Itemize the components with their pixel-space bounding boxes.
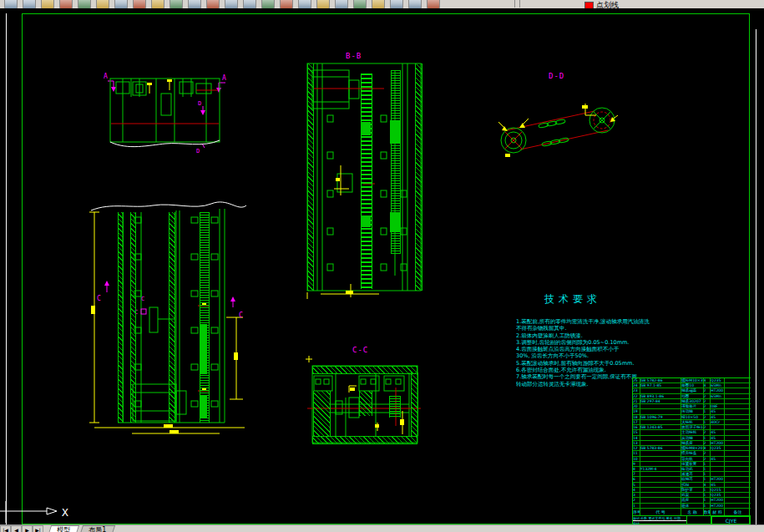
bom-material: 45 bbox=[711, 415, 725, 419]
bom-qty: 2 bbox=[704, 399, 711, 403]
section-arrow-label-c-mid1: C bbox=[141, 296, 144, 302]
bom-remark bbox=[725, 493, 751, 497]
bom-material: Q215 bbox=[711, 488, 725, 492]
bom-remark bbox=[725, 483, 751, 487]
ucs-x-axis-label: X bbox=[62, 506, 68, 519]
layout-tab-bar: |◀◀▶▶| 模型布局1 bbox=[0, 524, 764, 532]
bom-code bbox=[640, 441, 682, 445]
bom-remark bbox=[725, 441, 751, 445]
bom-remark bbox=[725, 404, 751, 408]
view-section-cc[interactable]: C-C bbox=[306, 342, 424, 449]
layout-tab[interactable]: 布局1 bbox=[78, 525, 114, 532]
bom-material: 65Mn bbox=[711, 383, 725, 388]
bom-remark bbox=[725, 457, 751, 461]
gear-hub bbox=[390, 212, 400, 232]
gear-hub bbox=[390, 120, 400, 144]
bom-code bbox=[640, 493, 682, 497]
bom-name: 挡圈 bbox=[681, 394, 703, 398]
tech-req-line: 4.齿面接触斑点沿齿高方向接触面积不小于 bbox=[516, 346, 650, 352]
bom-code bbox=[640, 436, 682, 440]
bom-no: 20 bbox=[633, 404, 640, 408]
bom-name: 减速器 bbox=[681, 472, 703, 476]
view-front-elevation[interactable]: C C C C bbox=[86, 199, 249, 437]
bom-material: HT200 bbox=[711, 441, 725, 445]
bom-no: 22 bbox=[633, 394, 640, 398]
drawing-code: CJYE bbox=[711, 516, 751, 524]
bom-code: GB 297-84 bbox=[640, 399, 682, 403]
bom-qty: 1 bbox=[704, 477, 711, 481]
bom-no: 1 bbox=[633, 504, 640, 508]
drawing-canvas[interactable]: A A D D bbox=[0, 8, 764, 524]
bom-header-no: 序号 bbox=[633, 509, 640, 515]
tab-nav-button[interactable]: ◀ bbox=[11, 525, 22, 532]
bom-code bbox=[640, 404, 682, 408]
bom-no: 24 bbox=[633, 383, 640, 388]
section-label-dd: D-D bbox=[549, 72, 564, 80]
bom-qty: 4 bbox=[704, 483, 711, 487]
section-arrow-label-c-right: C bbox=[239, 312, 243, 319]
bom-header-qty: 数量 bbox=[704, 509, 711, 515]
bom-material: 65Mn bbox=[711, 394, 725, 398]
bom-remark bbox=[725, 462, 751, 466]
bom-name: 箱体 bbox=[681, 504, 703, 508]
layer-control[interactable]: 点划线 bbox=[584, 0, 619, 8]
bom-no: 21 bbox=[633, 399, 640, 403]
hatch-wall-right bbox=[411, 372, 418, 436]
bom-name: 托辊 bbox=[681, 483, 703, 487]
bom-material: Q235 bbox=[711, 446, 725, 450]
bom-remark bbox=[725, 415, 751, 419]
bom-material bbox=[711, 451, 725, 455]
view-top-section[interactable]: A A D D bbox=[103, 68, 230, 156]
bom-remark bbox=[725, 488, 751, 492]
bom-name: 电动机 bbox=[681, 467, 703, 471]
view-section-dd[interactable]: D-D bbox=[495, 68, 625, 160]
hatch-wall-left bbox=[307, 63, 314, 291]
bom-qty: 1 bbox=[704, 472, 711, 476]
tab-nav-button[interactable]: ▶| bbox=[33, 525, 43, 532]
chain-link-block bbox=[361, 122, 371, 135]
bom-header-remark: 备注 bbox=[725, 509, 751, 515]
bom-material bbox=[711, 462, 725, 466]
bom-code: Y132M-4 bbox=[640, 467, 682, 471]
bom-remark bbox=[725, 451, 751, 455]
title-block: 25GB 5782-86螺栓M10×354Q235 24GB 97.1-85垫圈… bbox=[632, 377, 751, 524]
bom-remark bbox=[725, 383, 751, 388]
bom-no: 23 bbox=[633, 388, 640, 393]
paper-edge-left bbox=[6, 13, 7, 524]
bom-name: 垫圈10 bbox=[681, 383, 703, 388]
view-front-drawing: C C C C bbox=[86, 199, 249, 437]
tech-req-line: 3.调整时,齿轮副的齿侧间隙为0.05~0.10mm. bbox=[516, 339, 650, 346]
bom-no: 15 bbox=[633, 430, 640, 434]
bom-name: 传动轴 bbox=[681, 409, 703, 413]
bom-code bbox=[640, 504, 682, 508]
tab-nav-button[interactable]: ▶ bbox=[22, 525, 33, 532]
hatch-column bbox=[118, 212, 124, 423]
bom-name: 大链轮 bbox=[681, 420, 703, 424]
toolbar-separator bbox=[514, 0, 515, 8]
bom-qty: 1 bbox=[704, 488, 711, 492]
layout-tab[interactable]: 模型 bbox=[47, 525, 78, 532]
tab-nav-button[interactable]: |◀ bbox=[0, 525, 11, 532]
bom-qty: 1 bbox=[704, 504, 711, 508]
bom-material: 45 bbox=[711, 457, 725, 461]
bom-name: 张紧装置 bbox=[681, 462, 703, 466]
bom-header-code: 代 号 bbox=[640, 509, 682, 515]
bom-remark bbox=[725, 394, 751, 398]
bom-header-row: 序号代 号名 称数量材 料备注 bbox=[633, 509, 751, 516]
bom-qty: 2 bbox=[704, 404, 711, 408]
layout-tabs: 模型布局1 bbox=[46, 526, 114, 532]
bom-no: 7 bbox=[633, 472, 640, 476]
bom-material: 45 bbox=[711, 483, 725, 487]
bom-name: 轴承端盖 bbox=[681, 388, 703, 393]
chain-column bbox=[361, 73, 372, 289]
bom-qty: 1 bbox=[704, 467, 711, 471]
bom-qty: 1 bbox=[704, 420, 711, 424]
bom-no: 18 bbox=[633, 415, 640, 419]
bom-qty: 2 bbox=[704, 388, 711, 393]
bom-qty: 8 bbox=[704, 446, 711, 450]
bom-remark bbox=[725, 504, 751, 508]
view-section-bb[interactable]: B-B bbox=[297, 48, 427, 299]
bom-material: 40Cr bbox=[711, 420, 725, 424]
bom-no: 10 bbox=[633, 457, 640, 461]
bom-no: 9 bbox=[633, 462, 640, 466]
